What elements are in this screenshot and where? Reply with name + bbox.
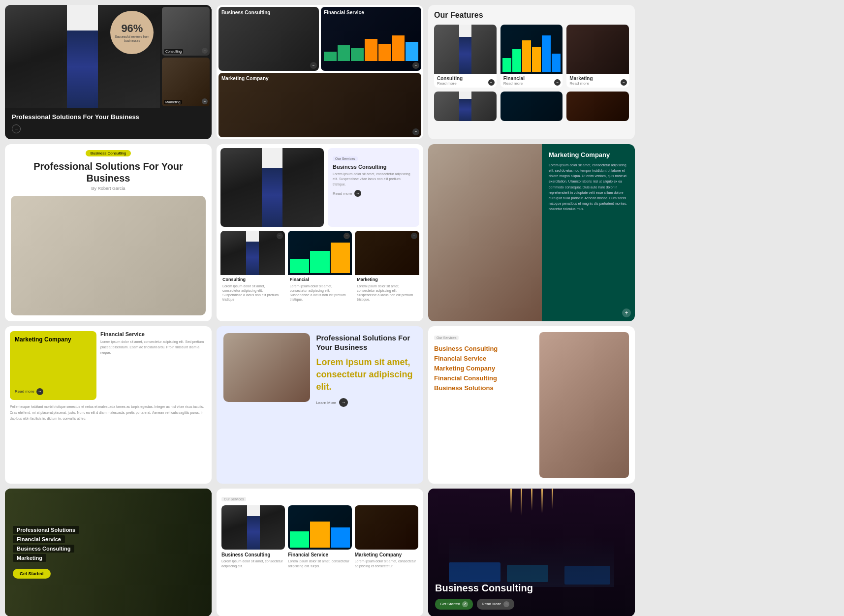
feature-consulting-img <box>434 25 497 74</box>
sub-marketing-btn[interactable]: − <box>411 233 417 239</box>
feature-marketing-btn[interactable]: − <box>621 79 627 86</box>
dark-hero-card: Professional Solutions Financial Service… <box>5 489 212 616</box>
sub-financial-img <box>288 231 352 275</box>
feature-financial-label: Financial <box>503 76 560 81</box>
get-started-arrow: ↗ <box>462 601 468 607</box>
service-desc: Lorem ipsum dolor sit amet, consectetur … <box>333 172 414 187</box>
mini-card-consulting-label: Consulting <box>164 49 183 54</box>
svc-item-1[interactable]: Business Consulting <box>434 345 534 352</box>
dark-hero-content: Professional Solutions Financial Service… <box>5 489 212 616</box>
marketing-panel-title: Marketing Company <box>549 151 628 158</box>
pro-sol-learn-btn[interactable]: Learn More <box>316 400 336 405</box>
marketing-plus-btn[interactable]: + <box>622 308 631 317</box>
features-card: Our Features Consulting Read more − <box>428 5 635 139</box>
services-list-img <box>539 332 629 478</box>
svc3-item-2: Financial Service Lorem ipsum dolor sit … <box>288 505 351 569</box>
bus-consult-label: Business Consulting <box>221 10 270 15</box>
svc3-label-3: Marketing Company <box>355 552 418 557</box>
mini-card-marketing-label: Marketing <box>164 100 182 104</box>
feature-consulting-readmore[interactable]: Read more <box>437 81 494 86</box>
read-more-btn[interactable]: Read More → <box>477 599 514 610</box>
mini-card-consulting-btn[interactable]: − <box>202 48 208 54</box>
dark-line-4: Marketing <box>13 554 46 562</box>
feature-consulting: Consulting Read more − <box>434 25 497 88</box>
feature-marketing-readmore[interactable]: Read more <box>569 81 626 86</box>
feature-consulting-text: Consulting Read more <box>434 74 497 88</box>
hero-card-1: Consulting − Marketing − 96% Successful … <box>5 5 212 139</box>
mkt-yellow-card: Marketing Company Read more → Financial … <box>5 326 212 484</box>
feature2-marketing <box>566 92 629 121</box>
sub-marketing-label: Marketing <box>355 275 419 284</box>
service-readmore-btn[interactable]: → <box>354 190 361 197</box>
stat-percent: 96% <box>121 22 143 35</box>
bus-consult-card: Business Consulting − <box>219 7 319 71</box>
services-list-left: Our Services Business Consulting Financi… <box>434 332 534 478</box>
read-more-arrow: → <box>503 601 509 607</box>
svc-item-4[interactable]: Financial Consulting <box>434 374 534 382</box>
fin-service-label: Financial Service <box>324 10 364 15</box>
dark-line-2: Financial Service <box>13 535 65 543</box>
sub-card-marketing: − Marketing Lorem ipsum dolor sit amet, … <box>355 231 419 304</box>
stat-label: Successful reviews from businesses <box>110 35 154 43</box>
mkt-company-card: Marketing Company − <box>219 73 421 137</box>
mkt-company-btn[interactable]: − <box>412 128 419 135</box>
feature-marketing-label: Marketing <box>569 76 626 81</box>
mkt-body-text: Pellentesque habitant morbi tristique se… <box>10 404 207 422</box>
mini-card-marketing-btn[interactable]: − <box>202 98 208 104</box>
svc3-desc-3: Lorem ipsum dolor sit amet, consectetur … <box>355 559 418 569</box>
blog-card: Business Consulting Professional Solutio… <box>5 144 212 321</box>
service-tag: Our Services <box>333 156 357 161</box>
feature-financial-text: Financial Read more <box>500 74 563 88</box>
services-grid-card: Business Consulting − Financial Service … <box>217 5 423 139</box>
fin-service-card: Financial Service − <box>321 7 421 71</box>
service-readmore[interactable]: Read more <box>333 191 352 196</box>
sub-consulting-btn[interactable]: − <box>277 233 283 239</box>
dark-hero-cta[interactable]: Get Started <box>13 569 51 579</box>
yellow-arrow-btn[interactable]: → <box>36 388 43 395</box>
service-title: Business Consulting <box>333 164 414 170</box>
svc-item-2[interactable]: Financial Service <box>434 355 534 362</box>
svc-item-5[interactable]: Business Solutions <box>434 384 534 392</box>
svc3-img-3 <box>355 505 418 550</box>
yellow-mkt-box: Marketing Company Read more → <box>10 331 96 400</box>
hero-arrow-btn[interactable]: → <box>12 124 21 133</box>
sub-card-consulting: − Consulting Lorem ipsum dolor sit amet,… <box>220 231 285 304</box>
sub-card-financial: − Financial Lorem ipsum dolor sit amet, … <box>288 231 352 304</box>
pro-sol-arrow-btn[interactable]: → <box>339 398 348 407</box>
marketing-panel-desc: Lorem ipsum dolor sit amet, consectetur … <box>549 162 628 212</box>
yellow-readmore[interactable]: Read more <box>15 389 34 394</box>
dark-line-1: Professional Solutions <box>13 526 79 534</box>
svc3-item-3: Marketing Company Lorem ipsum dolor sit … <box>355 505 418 569</box>
blog-byline: By Robert Garcia <box>91 186 125 191</box>
services-list-card: Our Services Business Consulting Financi… <box>428 326 635 484</box>
mkt-company-label: Marketing Company <box>221 76 269 81</box>
feature-consulting-btn[interactable]: − <box>488 79 495 86</box>
feature2-financial <box>500 92 563 121</box>
sub-financial-desc: Lorem ipsum dolor sit amet, consectetur … <box>288 284 352 304</box>
pro-sol-lorem: Lorem ipsum sit amet, consectetur adipis… <box>316 356 416 394</box>
fin-service-title: Financial Service <box>100 331 207 337</box>
feature-marketing-text: Marketing Read more <box>566 74 629 88</box>
features-title: Our Features <box>434 11 629 20</box>
services-3col-tag: Our Services <box>221 497 246 501</box>
svc3-img-1 <box>221 505 285 550</box>
sub-consulting-label: Consulting <box>220 275 285 284</box>
fin-service-text-p: Lorem ipsum dolor sit amet, consectetur … <box>100 339 207 356</box>
feature2-mkt-img <box>566 92 629 121</box>
svc3-item-1: Business Consulting Lorem ipsum dolor si… <box>221 505 285 569</box>
svc-item-3[interactable]: Marketing Company <box>434 365 534 372</box>
sub-marketing-img <box>355 231 419 275</box>
fin-service-btn[interactable]: − <box>412 62 419 69</box>
pro-sol-text: Professional Solutions For Your Business… <box>316 333 416 407</box>
marketing-company-dark-card: Marketing Company Lorem ipsum dolor sit … <box>428 144 635 321</box>
pro-sol-title: Professional Solutions For Your Business <box>316 333 416 352</box>
get-started-btn[interactable]: Get Started ↗ <box>435 599 473 610</box>
marketing-left-img <box>428 144 542 321</box>
svc3-desc-1: Lorem ipsum dolor sit amet, consectetur … <box>221 559 285 569</box>
hero-text-area: Professional Solutions For Your Business… <box>5 108 212 139</box>
feature-financial-readmore[interactable]: Read more <box>503 81 560 86</box>
bus-consult-btn[interactable]: − <box>310 62 317 69</box>
sub-consulting-desc: Lorem ipsum dolor sit amet, consectetur … <box>220 284 285 304</box>
biz-consult-title: Business Consulting <box>435 583 628 594</box>
sub-marketing-desc: Lorem ipsum dolor sit amet, consectetur … <box>355 284 419 304</box>
